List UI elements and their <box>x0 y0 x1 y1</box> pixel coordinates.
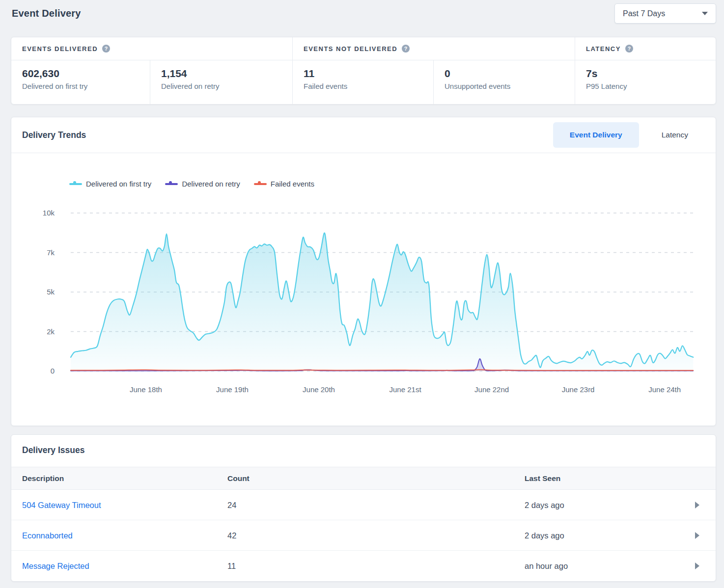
stats-group-latency: LATENCY ? <box>575 37 716 60</box>
issue-last-seen: 2 days ago <box>525 531 564 540</box>
metric-label: P95 Latency <box>586 82 716 90</box>
legend-item[interactable]: Failed events <box>254 180 314 188</box>
issue-count: 24 <box>227 500 236 509</box>
y-axis-tick-label: 7k <box>47 248 55 257</box>
x-axis-tick-label: June 22nd <box>474 385 509 394</box>
tab-event-delivery[interactable]: Event Delivery <box>553 122 639 148</box>
stats-group-label: LATENCY <box>586 45 621 53</box>
x-axis-tick-label: June 21st <box>390 385 422 394</box>
delivery-trends-card: Delivery Trends Event Delivery Latency D… <box>11 117 716 426</box>
stats-group-events-delivered: EVENTS DELIVERED ? <box>11 37 293 60</box>
chevron-right-icon[interactable] <box>695 502 699 508</box>
x-axis-tick-label: June 18th <box>130 385 162 394</box>
legend-label: Delivered on retry <box>182 180 240 188</box>
legend-item[interactable]: Delivered on first try <box>69 180 151 188</box>
issue-count: 11 <box>227 561 236 571</box>
issue-link[interactable]: Message Rejected <box>22 561 89 571</box>
issue-link[interactable]: 504 Gateway Timeout <box>22 500 101 509</box>
metric-unsupported-events: 0 Unsupported events <box>434 60 575 104</box>
issues-title: Delivery Issues <box>11 435 716 455</box>
legend-item[interactable]: Delivered on retry <box>165 180 240 188</box>
metric-label: Delivered on first try <box>22 82 150 90</box>
metric-value: 602,630 <box>22 68 150 80</box>
chart-canvas: 02k5k7k10kJune 18thJune 19thJune 20thJun… <box>11 153 717 426</box>
issue-count: 42 <box>227 531 236 540</box>
page-title: Event Delivery <box>12 8 81 19</box>
help-icon[interactable]: ? <box>402 45 410 53</box>
stats-header-row: EVENTS DELIVERED ? EVENTS NOT DELIVERED … <box>11 37 716 60</box>
y-axis-tick-label: 5k <box>47 288 55 296</box>
stats-summary-card: EVENTS DELIVERED ? EVENTS NOT DELIVERED … <box>11 37 716 105</box>
table-row[interactable]: Econnaborted 42 2 days ago <box>11 520 716 551</box>
chevron-right-icon[interactable] <box>695 562 699 569</box>
legend-label: Failed events <box>271 180 314 188</box>
x-axis-tick-label: June 20th <box>303 385 335 394</box>
x-axis-tick-label: June 24th <box>648 385 681 394</box>
y-axis-tick-label: 10k <box>43 209 55 217</box>
metric-label: Failed events <box>304 82 433 90</box>
trends-title: Delivery Trends <box>22 130 86 140</box>
legend-marker-icon <box>165 183 178 185</box>
legend-marker-icon <box>254 183 267 185</box>
table-row[interactable]: Message Rejected 11 an hour ago <box>11 551 716 581</box>
x-axis-tick-label: June 23rd <box>562 385 595 394</box>
metric-failed-events: 11 Failed events <box>293 60 434 104</box>
metric-value: 1,154 <box>161 68 292 80</box>
issues-table-header: Description Count Last Seen <box>11 467 716 490</box>
stats-group-label: EVENTS DELIVERED <box>22 45 98 53</box>
help-icon[interactable]: ? <box>102 45 110 53</box>
metric-value: 11 <box>304 68 433 80</box>
chevron-down-icon <box>702 12 708 15</box>
metric-label: Unsupported events <box>445 82 575 90</box>
column-header-count: Count <box>227 474 250 483</box>
chart-legend: Delivered on first tryDelivered on retry… <box>69 180 314 188</box>
tab-latency[interactable]: Latency <box>645 122 705 148</box>
x-axis-tick-label: June 19th <box>216 385 249 394</box>
chart-series-group <box>71 233 693 371</box>
series-area-0 <box>71 233 693 371</box>
metric-value: 7s <box>586 68 716 80</box>
legend-marker-icon <box>69 183 82 185</box>
stats-group-label: EVENTS NOT DELIVERED <box>304 45 397 53</box>
chevron-right-icon[interactable] <box>695 532 699 539</box>
delivery-issues-card: Delivery Issues Description Count Last S… <box>11 434 716 582</box>
metric-delivered-retry: 1,154 Delivered on retry <box>150 60 293 104</box>
stats-values-row: 602,630 Delivered on first try 1,154 Del… <box>11 60 716 104</box>
stats-group-events-not-delivered: EVENTS NOT DELIVERED ? <box>293 37 575 60</box>
legend-label: Delivered on first try <box>86 180 151 188</box>
metric-p95-latency: 7s P95 Latency <box>575 60 716 104</box>
metric-value: 0 <box>445 68 575 80</box>
metric-label: Delivered on retry <box>161 82 292 90</box>
issue-link[interactable]: Econnaborted <box>22 531 73 540</box>
delivery-trends-chart: Delivered on first tryDelivered on retry… <box>11 153 717 426</box>
column-header-last-seen: Last Seen <box>525 474 560 483</box>
time-range-dropdown[interactable]: Past 7 Days <box>614 3 716 24</box>
metric-delivered-first-try: 602,630 Delivered on first try <box>11 60 150 104</box>
issue-last-seen: 2 days ago <box>525 500 564 509</box>
event-delivery-page: Event Delivery Past 7 Days EVENTS DELIVE… <box>0 0 724 588</box>
y-axis-tick-label: 2k <box>47 327 55 336</box>
table-row[interactable]: 504 Gateway Timeout 24 2 days ago <box>11 490 716 520</box>
trends-tab-group: Event Delivery Latency <box>553 122 705 148</box>
column-header-description: Description <box>22 474 64 483</box>
time-range-value: Past 7 Days <box>623 9 665 18</box>
trends-card-header: Delivery Trends Event Delivery Latency <box>11 117 716 153</box>
help-icon[interactable]: ? <box>625 45 633 53</box>
y-axis-tick-label: 0 <box>51 367 55 375</box>
issue-last-seen: an hour ago <box>525 561 568 571</box>
